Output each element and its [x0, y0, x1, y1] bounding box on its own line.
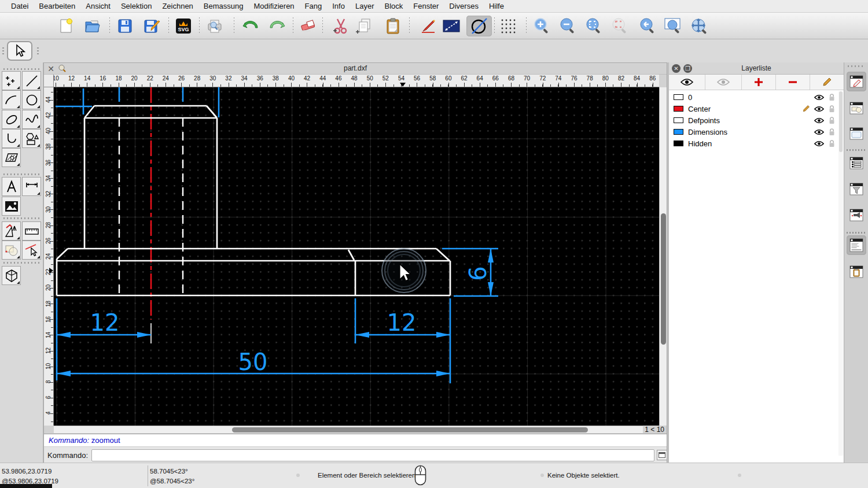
command-window-toggle-button[interactable]	[657, 450, 667, 460]
hatch-tool[interactable]	[2, 148, 21, 167]
modify-tool[interactable]	[2, 241, 21, 260]
snap-select-tool[interactable]	[22, 241, 41, 260]
save-as-icon[interactable]	[142, 16, 163, 36]
circle-tool[interactable]	[22, 90, 41, 109]
undo-icon[interactable]	[240, 16, 260, 36]
layer-visible-icon[interactable]	[814, 106, 824, 112]
command-input[interactable]	[91, 449, 654, 461]
layer-row[interactable]: Dimensions	[669, 126, 844, 138]
block-activate-icon[interactable]	[847, 205, 866, 225]
add-layer-icon[interactable]	[742, 75, 776, 90]
redo-icon[interactable]	[267, 16, 288, 36]
edit-layer-icon[interactable]	[810, 75, 844, 90]
dimension-menu-tool[interactable]	[22, 177, 41, 196]
shapes-tool[interactable]	[22, 129, 41, 148]
menu-item[interactable]: Fang	[300, 2, 328, 10]
print-preview-icon[interactable]	[204, 16, 225, 36]
dimension-tool-icon[interactable]	[441, 16, 462, 36]
layer-visible-icon[interactable]	[814, 129, 824, 135]
drawing-properties-icon[interactable]	[847, 72, 866, 91]
layer-row[interactable]: 0	[669, 91, 844, 103]
pan-icon[interactable]	[689, 16, 709, 36]
copy-icon[interactable]	[354, 16, 375, 36]
image-tool[interactable]	[2, 197, 21, 216]
arc-tool[interactable]	[2, 90, 21, 109]
paste-icon[interactable]	[382, 16, 403, 36]
ellipse-tool[interactable]	[2, 110, 21, 129]
grid-toggle-icon[interactable]	[498, 16, 518, 36]
save-icon[interactable]	[115, 16, 135, 36]
remove-layer-icon[interactable]	[776, 75, 810, 90]
spline-tool[interactable]	[22, 110, 41, 129]
polyline-tool[interactable]	[2, 129, 21, 148]
layer-row[interactable]: Defpoints	[669, 114, 844, 126]
new-document-icon[interactable]	[56, 16, 76, 36]
layer-lock-icon[interactable]	[828, 128, 836, 136]
zoom-window-icon[interactable]	[663, 16, 683, 36]
menu-item[interactable]: Diverses	[444, 2, 484, 10]
show-all-layers-icon[interactable]	[669, 75, 705, 90]
delete-icon[interactable]	[297, 16, 318, 36]
layer-color-swatch[interactable]	[674, 94, 683, 100]
vertical-scrollbar[interactable]	[659, 87, 667, 426]
layer-lock-icon[interactable]	[828, 116, 836, 125]
layer-color-swatch[interactable]	[674, 117, 683, 123]
hide-all-layers-icon[interactable]	[705, 75, 742, 90]
menu-item[interactable]: Block	[379, 2, 408, 10]
menu-item[interactable]: Datei	[6, 2, 34, 10]
open-file-icon[interactable]	[82, 16, 103, 36]
layer-panel-scrollbar-thumb[interactable]	[839, 91, 843, 152]
layer-color-swatch[interactable]	[674, 106, 683, 112]
layer-visible-icon[interactable]	[814, 117, 824, 124]
layer-panel-scrollbar[interactable]	[838, 91, 843, 456]
zoom-in-icon[interactable]	[531, 16, 552, 36]
points-tool[interactable]	[2, 71, 21, 90]
layer-lock-icon[interactable]	[828, 139, 836, 148]
menu-item[interactable]: Hilfe	[484, 2, 509, 10]
zoom-selection-icon[interactable]	[609, 16, 630, 36]
dimension-lines[interactable]	[57, 249, 498, 383]
circle-line-tool-icon[interactable]	[466, 16, 492, 36]
line-tool[interactable]	[22, 71, 41, 90]
block-list-icon[interactable]	[847, 98, 866, 118]
menu-item[interactable]: Fenster	[408, 2, 444, 10]
layer-lock-icon[interactable]	[828, 105, 836, 113]
zoom-auto-icon[interactable]	[583, 16, 604, 36]
menu-item[interactable]: Bemassung	[198, 2, 249, 10]
selection-arrow-button[interactable]	[7, 41, 32, 61]
menu-item[interactable]: Modifizieren	[249, 2, 300, 10]
menu-item[interactable]: Info	[327, 2, 350, 10]
solid-3d-tool[interactable]	[2, 266, 21, 285]
layer-edit-icon[interactable]	[802, 105, 810, 113]
menu-item[interactable]: Bearbeiten	[34, 2, 80, 10]
layer-list-icon[interactable]	[847, 153, 866, 173]
layer-lock-icon[interactable]	[828, 93, 836, 102]
measure-tool[interactable]	[22, 221, 41, 241]
document-tab-title[interactable]: part.dxf	[44, 64, 667, 72]
layer-row[interactable]: Center	[669, 103, 844, 114]
horizontal-scrollbar[interactable]	[54, 426, 643, 433]
layer-visible-icon[interactable]	[814, 94, 824, 101]
menu-item[interactable]: Selektion	[116, 2, 157, 10]
layer-row[interactable]: Hidden	[669, 138, 844, 149]
draw-pencil-icon[interactable]	[418, 16, 439, 36]
layer-visible-icon[interactable]	[814, 141, 824, 147]
command-widget-icon[interactable]	[847, 235, 866, 255]
clipboard-dock-icon[interactable]	[847, 262, 866, 282]
zoom-previous-icon[interactable]	[637, 16, 658, 36]
zoom-out-icon[interactable]	[557, 16, 578, 36]
layer-color-swatch[interactable]	[674, 129, 683, 135]
vertical-scrollbar-thumb[interactable]	[661, 213, 666, 345]
export-svg-icon[interactable]: SVG	[173, 16, 194, 36]
draft-tools[interactable]	[2, 221, 21, 241]
menu-item[interactable]: Ansicht	[80, 2, 116, 10]
text-tool[interactable]	[2, 177, 21, 196]
cut-icon[interactable]	[330, 16, 351, 36]
layer-color-swatch[interactable]	[674, 141, 683, 146]
selection-filter-icon[interactable]	[847, 179, 866, 199]
drawing-canvas[interactable]: 12 12 50 6	[54, 87, 659, 426]
menu-item[interactable]: Layer	[350, 2, 380, 10]
library-browser-icon[interactable]	[847, 124, 866, 143]
horizontal-scrollbar-thumb[interactable]	[232, 427, 588, 432]
menu-item[interactable]: Zeichnen	[157, 2, 198, 10]
